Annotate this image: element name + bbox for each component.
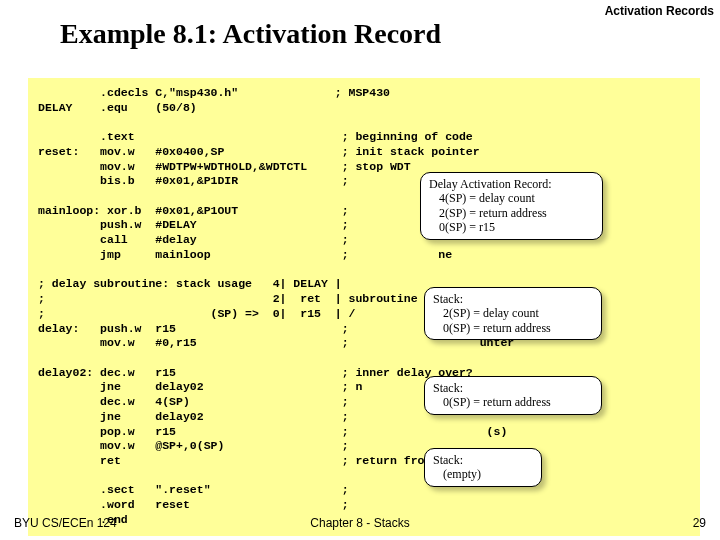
footer-center: Chapter 8 - Stacks — [310, 516, 409, 530]
footer-page-number: 29 — [693, 516, 706, 530]
callout-line: 2(SP) = delay count — [443, 306, 593, 320]
callout-stack-1: Stack: 0(SP) = return address — [424, 376, 602, 415]
callout-line: 4(SP) = delay count — [439, 191, 594, 205]
callout-line: 0(SP) = return address — [443, 395, 593, 409]
page-header: Activation Records — [605, 4, 714, 18]
callout-title: Delay Activation Record: — [429, 177, 594, 191]
callout-stack-empty: Stack: (empty) — [424, 448, 542, 487]
callout-line: 2(SP) = return address — [439, 206, 594, 220]
callout-line: 0(SP) = r15 — [439, 220, 594, 234]
callout-line: 0(SP) = return address — [443, 321, 593, 335]
callout-title: Stack: — [433, 381, 593, 395]
callout-stack-2: Stack: 2(SP) = delay count 0(SP) = retur… — [424, 287, 602, 340]
slide-title: Example 8.1: Activation Record — [60, 18, 441, 50]
callout-line: (empty) — [443, 467, 533, 481]
callout-title: Stack: — [433, 292, 593, 306]
callout-delay-activation-record: Delay Activation Record: 4(SP) = delay c… — [420, 172, 603, 240]
footer-left: BYU CS/ECEn 124 — [14, 516, 117, 530]
callout-title: Stack: — [433, 453, 533, 467]
